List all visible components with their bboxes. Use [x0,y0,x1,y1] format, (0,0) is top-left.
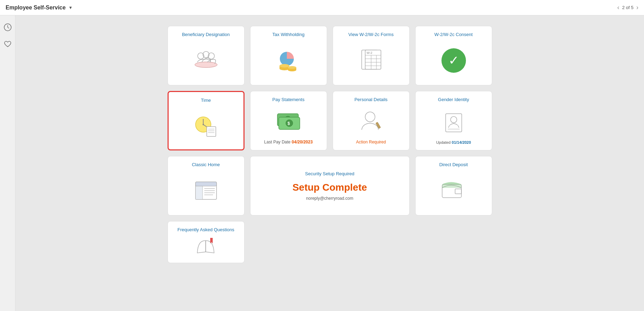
setup-email: noreply@cherryroad.com [306,196,353,201]
tiles-grid: Beneficiary Designation Ta [29,26,630,263]
faq-icon [194,236,217,257]
svg-point-12 [288,66,296,69]
tile-w2-consent[interactable]: W-2/W-2c Consent ✓ [415,26,492,85]
main-layout: Beneficiary Designation Ta [0,15,644,311]
svg-text:W-2: W-2 [367,51,372,55]
tile-security-setup[interactable]: Security Setup Required Setup Complete n… [250,156,410,215]
svg-text:$: $ [288,121,290,126]
tile-pay-statements[interactable]: Pay Statements $ $ Last Pay Date 04/20/ [250,91,327,150]
svg-rect-26 [207,127,216,136]
tile-title-gender: Gender Identity [438,97,469,102]
main-content: Beneficiary Designation Ta [15,15,644,311]
last-pay-label: Last Pay Date 04/20/2023 [264,140,313,144]
svg-rect-44 [196,186,203,199]
svg-line-2 [8,27,9,28]
app-title: Employee Self-Service [6,5,66,11]
top-bar-left: Employee Self-Service ▼ [6,5,73,11]
gender-icon [441,106,466,138]
page-count: 2 of 5 [622,5,634,10]
pay-icon: $ $ [275,106,303,137]
tile-classic-home[interactable]: Classic Home [168,156,245,215]
svg-point-36 [365,112,375,122]
prev-page-button[interactable]: ‹ [617,4,619,11]
security-title: Security Setup Required [305,171,354,176]
tile-title-classic: Classic Home [192,162,220,167]
tile-title-tax: Tax Withholding [273,32,305,37]
tile-direct-deposit[interactable]: Direct Deposit [415,156,492,215]
consent-icon: ✓ [441,41,466,79]
action-required-label: Action Required [356,140,386,144]
green-checkmark: ✓ [441,48,466,73]
tile-gender-identity[interactable]: Gender Identity Updated 01/14/2020 [415,91,492,150]
svg-rect-50 [455,189,461,194]
tile-time[interactable]: Time [168,91,245,150]
svg-point-40 [451,116,457,123]
tile-title-w2: View W-2/W-2c Forms [348,32,394,37]
time-icon [192,107,220,144]
clock-icon[interactable] [3,22,13,32]
tile-personal-details[interactable]: Personal Details Action Required [333,91,410,150]
last-pay-date: 04/20/2023 [292,140,313,144]
dropdown-icon[interactable]: ▼ [69,5,73,10]
tile-title-consent: W-2/W-2c Consent [434,32,473,37]
setup-complete-text: Setup Complete [292,182,367,193]
svg-point-3 [195,62,217,68]
beneficiary-icon [192,41,220,79]
svg-marker-53 [210,238,213,243]
tile-title-faq: Frequently Asked Questions [177,227,234,232]
tile-title-pay: Pay Statements [273,97,305,102]
classic-icon [194,171,218,210]
updated-label: Updated 01/14/2020 [436,140,471,144]
tile-title-deposit: Direct Deposit [439,162,468,167]
svg-rect-51 [442,184,461,188]
personal-icon [359,106,383,137]
tile-beneficiary-designation[interactable]: Beneficiary Designation [168,26,245,85]
svg-rect-43 [196,182,217,186]
next-page-button[interactable]: › [636,4,638,11]
tile-title-time: Time [201,98,211,103]
updated-date: 01/14/2020 [452,140,471,144]
svg-point-9 [279,64,289,68]
tile-title-beneficiary: Beneficiary Designation [182,32,230,37]
top-bar: Employee Self-Service ▼ ‹ 2 of 5 › [0,0,644,15]
w2-icon: W-2 [359,41,383,79]
tile-view-w2[interactable]: View W-2/W-2c Forms W-2 [333,26,410,85]
heart-icon[interactable] [3,39,13,49]
tax-icon [275,41,303,79]
tile-faq[interactable]: Frequently Asked Questions [168,221,245,263]
tile-tax-withholding[interactable]: Tax Withholding [250,26,327,85]
tile-title-personal: Personal Details [354,97,388,102]
sidebar [0,15,15,311]
deposit-icon [440,171,467,210]
pagination: ‹ 2 of 5 › [617,4,638,11]
